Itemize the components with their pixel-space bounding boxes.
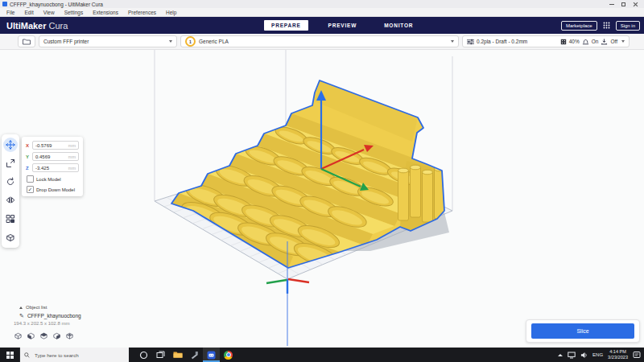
menu-preferences[interactable]: Preferences (123, 10, 161, 15)
camera-view-presets (14, 329, 81, 343)
support-icon (601, 39, 608, 45)
per-model-settings-button[interactable] (3, 212, 18, 226)
per-model-settings-icon (6, 214, 15, 224)
rotate-tool-button[interactable] (3, 175, 18, 189)
app-tool-icon[interactable] (186, 348, 203, 362)
menu-file[interactable]: File (2, 10, 19, 15)
object-list-panel: Object list ✎ CFFFP_khaynuocbong 194.3 x… (19, 303, 81, 343)
support-blocker-button[interactable] (3, 230, 18, 245)
sliders-icon (467, 39, 474, 45)
minimize-button[interactable] (609, 4, 614, 5)
chevron-down-icon (621, 40, 625, 43)
slice-button[interactable]: Slice (531, 323, 634, 339)
search-input[interactable] (33, 352, 125, 359)
support-blocker-icon (6, 232, 15, 242)
rotate-icon (6, 177, 15, 187)
view-3d-icon[interactable] (14, 329, 23, 343)
printer-name: Custom FFF printer (43, 39, 89, 44)
windows-logo-icon (6, 352, 14, 359)
folder-icon (23, 38, 31, 45)
menu-settings[interactable]: Settings (60, 10, 89, 15)
taskbar-clock[interactable]: 4:14 PM 3/23/2023 (608, 349, 628, 360)
move-tool-button[interactable] (3, 138, 18, 152)
infill-value: 40% (569, 39, 580, 44)
maximize-button[interactable] (621, 2, 625, 6)
app-header: UltiMakerCura PREPARE PREVIEW MONITOR Ma… (0, 17, 644, 34)
adhesion-icon (582, 39, 589, 45)
notification-center-icon[interactable] (633, 348, 641, 362)
tab-preview[interactable]: PREVIEW (321, 20, 365, 31)
infill-icon (560, 39, 567, 45)
stage-tabs: PREPARE PREVIEW MONITOR (264, 17, 420, 34)
cortana-icon[interactable] (135, 348, 152, 362)
z-position-input[interactable]: -3.425mm (32, 163, 79, 172)
tool-column (2, 134, 19, 248)
model-3d[interactable] (171, 80, 456, 270)
configuration-bar: Custom FFF printer 1 Generic PLA 0.2pla … (0, 34, 644, 50)
object-list-toggle[interactable]: Object list (19, 303, 81, 311)
move-icon (6, 140, 15, 150)
chrome-icon[interactable] (220, 348, 237, 362)
taskbar-search[interactable] (19, 348, 129, 362)
scale-tool-button[interactable] (3, 156, 18, 171)
chevron-down-icon (169, 40, 172, 43)
window-title: CFFFP_khaynuocbong - UltiMaker Cura (10, 2, 103, 7)
drop-down-model-label: Drop Down Model (36, 187, 75, 192)
sign-in-button[interactable]: Sign in (616, 21, 640, 31)
profile-summary: 0.2pla - Draft - 0.2mm (477, 39, 527, 44)
file-explorer-icon[interactable] (169, 348, 186, 362)
view-top-icon[interactable] (39, 329, 48, 343)
x-position-input[interactable]: -0.5769mm (32, 141, 79, 150)
open-file-button[interactable] (18, 35, 35, 47)
mirror-tool-button[interactable] (3, 193, 18, 208)
view-left-icon[interactable] (52, 329, 61, 343)
menu-edit[interactable]: Edit (19, 10, 38, 15)
object-list-item[interactable]: ✎ CFFFP_khaynuocbong (19, 311, 81, 319)
windows-taskbar: ENG 4:14 PM 3/23/2023 (0, 348, 644, 362)
mirror-icon (6, 195, 15, 205)
chevron-up-icon (19, 306, 23, 309)
drop-down-model-checkbox[interactable]: ✓ (27, 186, 34, 193)
marketplace-button[interactable]: Marketplace (561, 21, 597, 31)
viewport-3d[interactable] (0, 50, 644, 348)
network-icon[interactable] (568, 348, 576, 362)
tab-prepare[interactable]: PREPARE (264, 20, 308, 31)
x-axis-label: X (26, 143, 31, 148)
start-button[interactable] (0, 348, 19, 362)
view-right-icon[interactable] (65, 329, 74, 343)
pencil-icon[interactable]: ✎ (19, 313, 24, 319)
menu-extensions[interactable]: Extensions (88, 10, 123, 15)
menu-view[interactable]: View (39, 10, 60, 15)
slice-panel: Slice (526, 319, 640, 343)
lock-model-checkbox[interactable] (27, 175, 34, 183)
model-name: CFFFP_khaynuocbong (27, 313, 81, 319)
y-axis-label: Y (26, 154, 31, 159)
printer-selector[interactable]: Custom FFF printer (39, 35, 177, 47)
z-axis-label: Z (26, 166, 31, 171)
chevron-down-icon (451, 40, 454, 43)
task-view-icon[interactable] (152, 348, 169, 362)
menu-help[interactable]: Help (161, 10, 181, 15)
taskbar-cura-icon[interactable] (203, 348, 220, 362)
model-dimensions: 194.3 x 202.5 x 102.8 mm (14, 321, 81, 326)
apps-grid-icon[interactable] (603, 22, 610, 29)
extruder-badge: 1 (185, 36, 196, 47)
position-panel: X -0.5769mm Y 0.4569mm Z -3.425mm Lock M… (22, 137, 83, 196)
window-titlebar: CFFFP_khaynuocbong - UltiMaker Cura (0, 0, 644, 8)
language-indicator[interactable]: ENG (592, 352, 603, 357)
volume-icon[interactable] (580, 348, 588, 362)
print-settings-selector[interactable]: 0.2pla - Draft - 0.2mm 40% On Off (462, 35, 630, 47)
support-value: Off (610, 39, 617, 44)
tab-monitor[interactable]: MONITOR (377, 20, 420, 31)
material-name: Generic PLA (199, 39, 229, 44)
scale-icon (6, 158, 15, 168)
y-position-input[interactable]: 0.4569mm (32, 152, 79, 161)
close-button[interactable] (633, 2, 638, 7)
search-icon (24, 352, 30, 358)
adhesion-value: On (592, 39, 599, 44)
view-front-icon[interactable] (27, 329, 35, 343)
material-selector[interactable]: 1 Generic PLA (180, 35, 459, 47)
menu-bar: File Edit View Settings Extensions Prefe… (0, 8, 644, 17)
hidden-icons-chevron-icon[interactable] (558, 354, 563, 356)
cura-app-icon (2, 2, 7, 6)
